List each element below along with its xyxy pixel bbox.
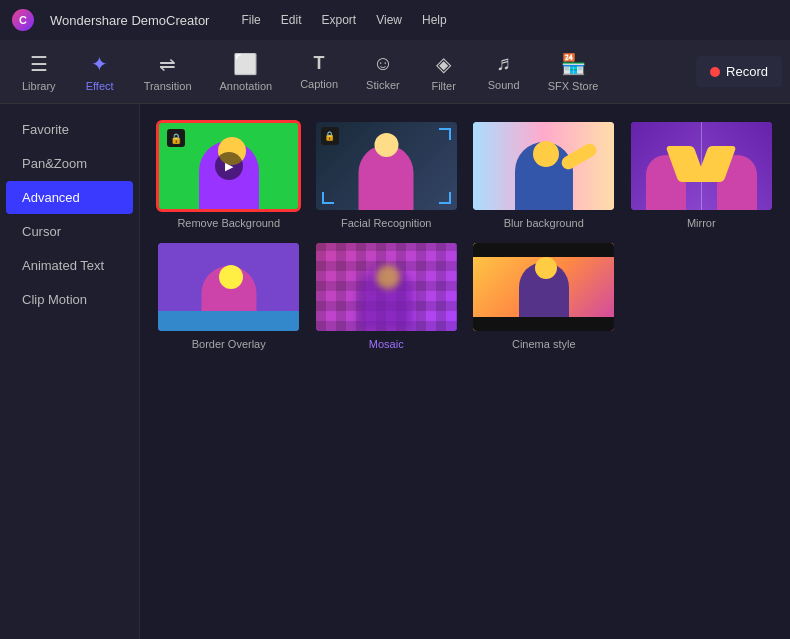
effect-label-cinema: Cinema style	[512, 338, 576, 350]
sound-icon: ♬	[496, 52, 511, 75]
effect-card-border[interactable]: Border Overlay	[156, 241, 302, 350]
record-dot	[710, 67, 720, 77]
sidebar-item-advanced[interactable]: Advanced	[6, 181, 133, 214]
effect-label-remove-bg: Remove Background	[177, 217, 280, 229]
effect-thumb-blur	[471, 120, 616, 212]
toolbar-caption-label: Caption	[300, 78, 338, 90]
effects-grid: 🔒 ▶ Remove Background	[156, 120, 774, 350]
effect-thumb-border	[156, 241, 301, 333]
toolbar-sfxstore-label: SFX Store	[548, 80, 599, 92]
sidebar-item-cursor[interactable]: Cursor	[6, 215, 133, 248]
toolbar-filter[interactable]: ◈ Filter	[414, 46, 474, 98]
toolbar-transition-label: Transition	[144, 80, 192, 92]
toolbar-annotation[interactable]: ⬜ Annotation	[206, 46, 287, 98]
title-bar: C Wondershare DemoCreator File Edit Expo…	[0, 0, 790, 40]
effect-thumb-mosaic	[314, 241, 459, 333]
toolbar-library[interactable]: ☰ Library	[8, 46, 70, 98]
sidebar-item-animatedtext[interactable]: Animated Text	[6, 249, 133, 282]
effect-card-remove-bg[interactable]: 🔒 ▶ Remove Background	[156, 120, 302, 229]
menu-bar: File Edit Export View Help	[233, 9, 454, 31]
toolbar: ☰ Library ✦ Effect ⇌ Transition ⬜ Annota…	[0, 40, 790, 104]
effect-label-mirror: Mirror	[687, 217, 716, 229]
content-area: 🔒 ▶ Remove Background	[140, 104, 790, 639]
toolbar-sound[interactable]: ♬ Sound	[474, 46, 534, 97]
effect-label-blur: Blur background	[504, 217, 584, 229]
effect-card-facial[interactable]: 🔒 Facial Recognition	[314, 120, 460, 229]
effect-card-cinema[interactable]: Cinema style	[471, 241, 617, 350]
effect-label-facial: Facial Recognition	[341, 217, 432, 229]
main-area: Favorite Pan&Zoom Advanced Cursor Animat…	[0, 104, 790, 639]
app-logo: C	[12, 9, 34, 31]
sidebar-item-clipmotion[interactable]: Clip Motion	[6, 283, 133, 316]
sfxstore-icon: 🏪	[561, 52, 586, 76]
menu-export[interactable]: Export	[313, 9, 364, 31]
filter-icon: ◈	[436, 52, 451, 76]
menu-view[interactable]: View	[368, 9, 410, 31]
menu-help[interactable]: Help	[414, 9, 455, 31]
sidebar: Favorite Pan&Zoom Advanced Cursor Animat…	[0, 104, 140, 639]
sidebar-item-favorite[interactable]: Favorite	[6, 113, 133, 146]
toolbar-effect-label: Effect	[86, 80, 114, 92]
toolbar-annotation-label: Annotation	[220, 80, 273, 92]
record-label: Record	[726, 64, 768, 79]
toolbar-caption[interactable]: T Caption	[286, 47, 352, 96]
toolbar-sfxstore[interactable]: 🏪 SFX Store	[534, 46, 613, 98]
toolbar-sound-label: Sound	[488, 79, 520, 91]
effect-thumb-mirror	[629, 120, 774, 212]
effect-thumb-facial: 🔒	[314, 120, 459, 212]
effect-card-mirror[interactable]: Mirror	[629, 120, 775, 229]
menu-edit[interactable]: Edit	[273, 9, 310, 31]
effect-card-blur[interactable]: Blur background	[471, 120, 617, 229]
effect-icon: ✦	[91, 52, 108, 76]
transition-icon: ⇌	[159, 52, 176, 76]
record-button[interactable]: Record	[696, 56, 782, 87]
effect-thumb-remove-bg: 🔒 ▶	[156, 120, 301, 212]
effect-label-border: Border Overlay	[192, 338, 266, 350]
caption-icon: T	[314, 53, 325, 74]
toolbar-sticker-label: Sticker	[366, 79, 400, 91]
toolbar-effect[interactable]: ✦ Effect	[70, 46, 130, 98]
toolbar-transition[interactable]: ⇌ Transition	[130, 46, 206, 98]
effect-label-mosaic: Mosaic	[369, 338, 404, 350]
sidebar-item-panzoom[interactable]: Pan&Zoom	[6, 147, 133, 180]
menu-file[interactable]: File	[233, 9, 268, 31]
library-icon: ☰	[30, 52, 48, 76]
effect-card-mosaic[interactable]: Mosaic	[314, 241, 460, 350]
sticker-icon: ☺	[373, 52, 393, 75]
effect-thumb-cinema	[471, 241, 616, 333]
toolbar-library-label: Library	[22, 80, 56, 92]
app-title: Wondershare DemoCreator	[50, 13, 209, 28]
toolbar-sticker[interactable]: ☺ Sticker	[352, 46, 414, 97]
annotation-icon: ⬜	[233, 52, 258, 76]
toolbar-filter-label: Filter	[431, 80, 455, 92]
